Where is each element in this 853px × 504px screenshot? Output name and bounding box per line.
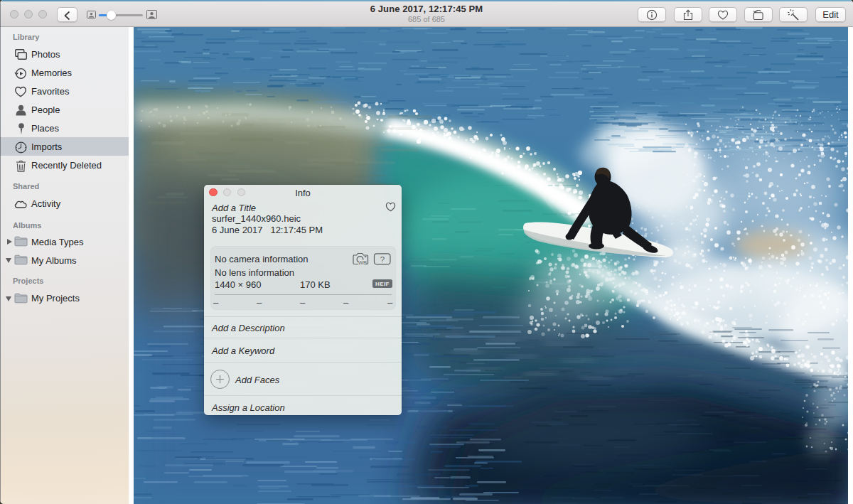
svg-text:?: ? [380, 255, 385, 264]
svg-text:WB: WB [358, 259, 367, 266]
